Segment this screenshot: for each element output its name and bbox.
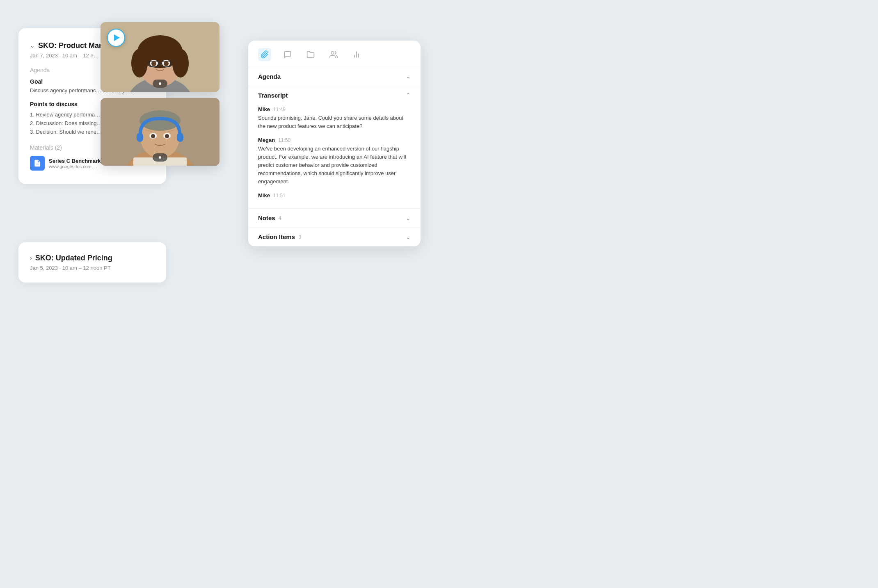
notes-section-title: Notes	[258, 214, 275, 221]
msg-name: Mike	[258, 106, 270, 112]
transcript-message-mike2: Mike 11:51	[258, 192, 411, 198]
notes-label: Notes 4	[258, 214, 281, 221]
video-panel-top	[101, 22, 220, 92]
msg-header: Megan 11:50	[258, 137, 411, 143]
svg-point-31	[331, 51, 334, 54]
meeting2-title-row: › SKO: Updated Pricing	[30, 254, 155, 262]
agenda-section: Agenda ⌄	[248, 67, 421, 86]
transcript-message-mike1: Mike 11:49 Sounds promising, Jane. Could…	[258, 106, 411, 130]
notes-divider: Notes 4 ⌄	[248, 209, 421, 228]
chevron-right-icon: ›	[30, 255, 32, 261]
chart-tab-icon[interactable]	[350, 48, 363, 61]
svg-rect-29	[137, 133, 143, 142]
svg-point-7	[172, 49, 189, 77]
transcript-message-megan: Megan 11:50 We've been developing an enh…	[258, 137, 411, 186]
transcript-section-header[interactable]: Transcript ⌃	[248, 86, 421, 105]
action-items-count-badge: 3	[298, 234, 301, 240]
svg-point-11	[164, 61, 169, 66]
svg-point-6	[131, 49, 148, 77]
folder-tab-icon[interactable]	[304, 48, 317, 61]
chevron-down-icon: ⌄	[406, 73, 411, 80]
msg-name: Mike	[258, 192, 270, 198]
notes-count-badge: 4	[279, 215, 281, 221]
notes-row[interactable]: Notes 4 ⌄	[248, 209, 421, 227]
action-items-row[interactable]: Action Items 3 ⌄	[248, 228, 421, 246]
action-items-label: Action Items 3	[258, 233, 301, 240]
action-items-section-title: Action Items	[258, 233, 295, 240]
clip-tab-icon[interactable]	[258, 48, 271, 61]
svg-point-25	[151, 134, 155, 138]
agenda-section-header[interactable]: Agenda ⌄	[248, 67, 421, 86]
video-control-dot-2	[159, 156, 161, 159]
video-controls	[153, 80, 167, 88]
chevron-down-icon: ⌄	[30, 42, 35, 49]
transcript-panel: Agenda ⌄ Transcript ⌃ Mike 11:49 Sounds …	[248, 41, 421, 247]
msg-time: 11:51	[273, 193, 286, 198]
msg-time: 11:50	[278, 137, 290, 143]
agenda-section-title: Agenda	[258, 73, 281, 80]
chevron-up-icon: ⌃	[406, 92, 411, 98]
msg-time: 11:49	[273, 107, 286, 112]
transcript-section: Transcript ⌃ Mike 11:49 Sounds promising…	[248, 86, 421, 209]
transcript-section-title: Transcript	[258, 92, 288, 99]
video-control-dot	[159, 82, 161, 85]
svg-rect-30	[177, 133, 183, 142]
video-panel-bottom	[101, 98, 220, 166]
action-items-chevron-down-icon: ⌄	[406, 234, 411, 240]
msg-text: We've been developing an enhanced versio…	[258, 145, 411, 186]
transcript-content: Mike 11:49 Sounds promising, Jane. Could…	[248, 105, 421, 209]
notes-chevron-down-icon: ⌄	[406, 215, 411, 221]
msg-text: Sounds promising, Jane. Could you share …	[258, 114, 411, 130]
scene: ⌄ SKO: Product Marke… Jan 7, 2023 · 10 a…	[18, 12, 421, 283]
svg-point-26	[165, 134, 169, 138]
play-button[interactable]	[107, 29, 125, 47]
action-items-divider: Action Items 3 ⌄	[248, 228, 421, 246]
meeting-card-2: › SKO: Updated Pricing Jan 5, 2023 · 10 …	[18, 242, 166, 283]
meeting2-date: Jan 5, 2023 · 10 am – 12 noon PT	[30, 265, 155, 271]
people-tab-icon[interactable]	[327, 48, 340, 61]
video-controls-2	[153, 153, 167, 162]
msg-header: Mike 11:51	[258, 192, 411, 198]
panel-tabs	[248, 41, 421, 67]
svg-point-10	[151, 61, 156, 66]
msg-name: Megan	[258, 137, 275, 143]
meeting2-title: SKO: Updated Pricing	[35, 254, 112, 262]
play-triangle-icon	[114, 34, 120, 41]
msg-header: Mike 11:49	[258, 106, 411, 112]
doc-icon	[30, 156, 45, 171]
chat-tab-icon[interactable]	[281, 48, 294, 61]
